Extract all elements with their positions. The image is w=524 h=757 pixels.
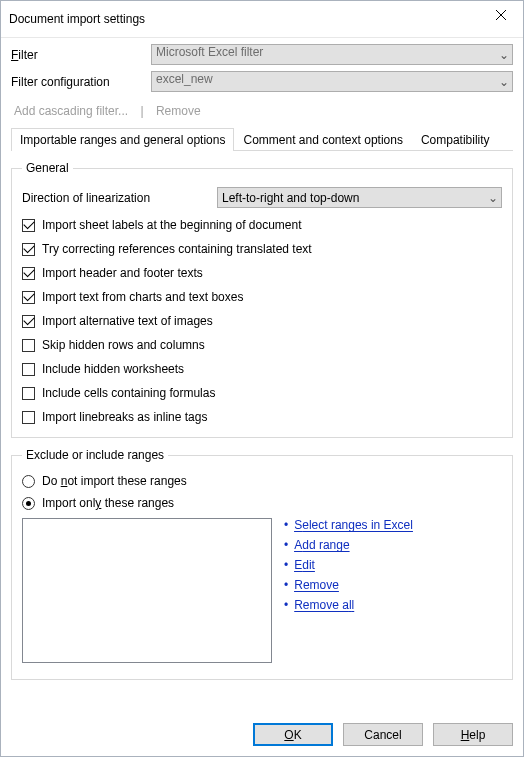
filter-value: Microsoft Excel filter <box>151 44 513 65</box>
link-add-range[interactable]: Add range <box>284 538 413 552</box>
radio-label: Do not import these ranges <box>42 474 187 488</box>
cancel-button[interactable]: Cancel <box>343 723 423 746</box>
ranges-group: Exclude or include ranges Do not import … <box>11 448 513 680</box>
ranges-area: Select ranges in Excel Add range Edit Re… <box>22 518 502 663</box>
titlebar: Document import settings <box>1 1 523 38</box>
help-button[interactable]: Help <box>433 723 513 746</box>
general-group: General Direction of linearization Left-… <box>11 161 513 438</box>
ok-button[interactable]: OK <box>253 723 333 746</box>
checkbox-icon[interactable] <box>22 219 35 232</box>
ranges-listbox[interactable] <box>22 518 272 663</box>
checkbox-icon[interactable] <box>22 315 35 328</box>
check-include-formulas[interactable]: Include cells containing formulas <box>22 386 502 400</box>
filter-label: Filter <box>11 48 151 62</box>
checkbox-label: Import alternative text of images <box>42 314 213 328</box>
check-import-sheet-labels[interactable]: Import sheet labels at the beginning of … <box>22 218 502 232</box>
dialog-title: Document import settings <box>9 12 145 26</box>
checkbox-label: Include hidden worksheets <box>42 362 184 376</box>
tab-comment-context[interactable]: Comment and context options <box>234 128 411 151</box>
tab-compatibility[interactable]: Compatibility <box>412 128 499 151</box>
remove-filter-link[interactable]: Remove <box>153 104 204 118</box>
direction-label: Direction of linearization <box>22 191 217 205</box>
radio-icon[interactable] <box>22 475 35 488</box>
checkbox-icon[interactable] <box>22 291 35 304</box>
link-remove[interactable]: Remove <box>284 578 413 592</box>
direction-row: Direction of linearization Left-to-right… <box>22 187 502 208</box>
add-cascading-filter-link[interactable]: Add cascading filter... <box>11 104 131 118</box>
checkbox-icon[interactable] <box>22 411 35 424</box>
link-select-ranges[interactable]: Select ranges in Excel <box>284 518 413 532</box>
checkbox-label: Include cells containing formulas <box>42 386 215 400</box>
check-charts-textboxes[interactable]: Import text from charts and text boxes <box>22 290 502 304</box>
filter-config-label: Filter configuration <box>11 75 151 89</box>
filter-config-dropdown[interactable]: excel_new ⌄ <box>151 71 513 92</box>
filter-dropdown[interactable]: Microsoft Excel filter ⌄ <box>151 44 513 65</box>
ranges-links: Select ranges in Excel Add range Edit Re… <box>284 518 413 663</box>
dialog-window: Document import settings Filter Microsof… <box>0 0 524 757</box>
close-icon <box>496 10 506 20</box>
radio-icon[interactable] <box>22 497 35 510</box>
direction-dropdown[interactable]: Left-to-right and top-down ⌄ <box>217 187 502 208</box>
checkbox-label: Try correcting references containing tra… <box>42 242 312 256</box>
check-include-hidden-sheets[interactable]: Include hidden worksheets <box>22 362 502 376</box>
button-bar: OK Cancel Help <box>1 713 523 756</box>
checkbox-icon[interactable] <box>22 363 35 376</box>
check-skip-hidden[interactable]: Skip hidden rows and columns <box>22 338 502 352</box>
filter-links: Add cascading filter... | Remove <box>11 104 513 118</box>
radio-do-not-import[interactable]: Do not import these ranges <box>22 474 502 488</box>
checkbox-icon[interactable] <box>22 387 35 400</box>
filter-config-value: excel_new <box>151 71 513 92</box>
tab-importable-ranges[interactable]: Importable ranges and general options <box>11 128 234 151</box>
filter-config-row: Filter configuration excel_new ⌄ <box>11 71 513 92</box>
filter-row: Filter Microsoft Excel filter ⌄ <box>11 44 513 65</box>
checkbox-label: Skip hidden rows and columns <box>42 338 205 352</box>
close-button[interactable] <box>478 1 523 29</box>
check-header-footer[interactable]: Import header and footer texts <box>22 266 502 280</box>
general-legend: General <box>22 161 73 175</box>
checkbox-icon[interactable] <box>22 243 35 256</box>
check-correct-references[interactable]: Try correcting references containing tra… <box>22 242 502 256</box>
link-remove-all[interactable]: Remove all <box>284 598 413 612</box>
separator: | <box>134 104 149 118</box>
checkbox-label: Import text from charts and text boxes <box>42 290 243 304</box>
checkbox-icon[interactable] <box>22 339 35 352</box>
checkbox-icon[interactable] <box>22 267 35 280</box>
checkbox-label: Import sheet labels at the beginning of … <box>42 218 302 232</box>
tabs: Importable ranges and general options Co… <box>11 128 513 151</box>
radio-import-only[interactable]: Import only these ranges <box>22 496 502 510</box>
dialog-content: Filter Microsoft Excel filter ⌄ Filter c… <box>1 38 523 713</box>
check-linebreaks-inline[interactable]: Import linebreaks as inline tags <box>22 410 502 424</box>
checkbox-label: Import header and footer texts <box>42 266 203 280</box>
check-alt-text[interactable]: Import alternative text of images <box>22 314 502 328</box>
radio-label: Import only these ranges <box>42 496 174 510</box>
direction-select[interactable]: Left-to-right and top-down <box>217 187 502 208</box>
ranges-legend: Exclude or include ranges <box>22 448 168 462</box>
checkbox-label: Import linebreaks as inline tags <box>42 410 207 424</box>
link-edit[interactable]: Edit <box>284 558 413 572</box>
